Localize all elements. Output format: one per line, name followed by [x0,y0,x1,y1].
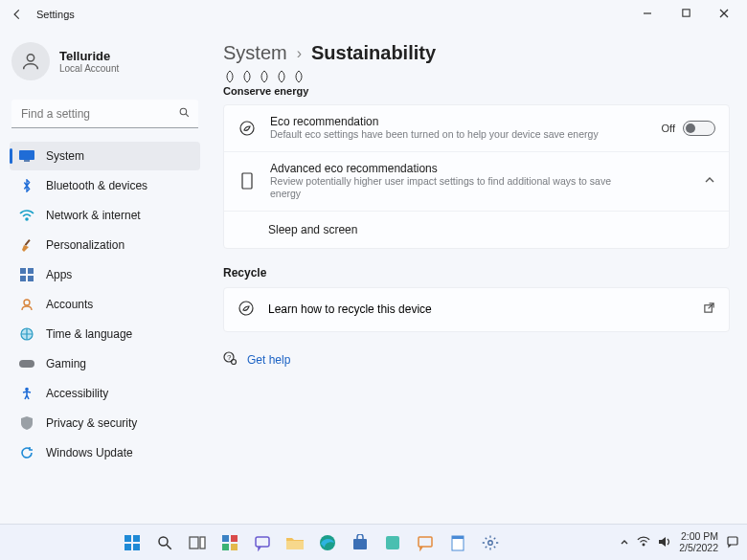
sidebar-item-accounts[interactable]: Accounts [10,290,200,319]
chevron-up-icon [704,174,715,189]
svg-point-31 [159,537,168,546]
update-icon [19,445,34,460]
eco-title: Eco recommendation [270,115,648,128]
chevron-right-icon: › [297,45,302,62]
leaf-icon [240,70,254,83]
recycle-section-label: Recycle [223,266,730,280]
tray-volume-icon[interactable] [658,536,671,549]
sidebar-item-label: Time & language [46,327,132,341]
conserve-card-group: Eco recommendation Default eco settings … [223,104,730,249]
svg-rect-44 [419,537,432,547]
edge-button[interactable] [314,529,341,556]
svg-line-6 [186,114,189,117]
svg-rect-10 [25,239,31,246]
minimize-button[interactable] [638,8,657,22]
svg-point-48 [643,544,645,546]
sidebar-item-label: System [46,149,84,163]
eco-recommendation-row[interactable]: Eco recommendation Default eco settings … [224,105,729,152]
back-button[interactable] [6,3,29,26]
tray-chevron-icon[interactable] [620,537,629,549]
recycle-link-label: Learn how to recycle this device [268,302,432,316]
sidebar-item-label: Privacy & security [46,416,137,430]
maximize-button[interactable] [676,8,695,22]
get-help-label: Get help [247,353,290,367]
svg-rect-1 [682,9,689,15]
external-link-icon [703,302,715,317]
sidebar-item-bluetooth[interactable]: Bluetooth & devices [10,171,200,200]
app-button[interactable] [379,529,406,556]
svg-point-4 [27,55,34,61]
sidebar-item-apps[interactable]: Apps [10,260,200,289]
sleep-and-screen-row[interactable]: Sleep and screen [224,212,729,248]
system-tray[interactable]: 2:00 PM 2/5/2022 [620,531,739,553]
leaf-indicator [223,70,730,83]
sleep-screen-label: Sleep and screen [268,223,357,236]
close-button[interactable] [714,8,734,22]
sidebar-item-accessibility[interactable]: Accessibility [10,379,200,408]
sidebar-item-personalization[interactable]: Personalization [10,231,200,259]
svg-line-32 [167,545,171,549]
get-help-link[interactable]: ? Get help [223,351,730,369]
search-input[interactable] [11,100,198,128]
wifi-icon [19,208,34,223]
sidebar-item-privacy[interactable]: Privacy & security [10,409,200,437]
task-view-button[interactable] [184,529,211,556]
feedback-button[interactable] [412,529,439,556]
sidebar-item-label: Gaming [46,357,86,370]
notifications-button[interactable] [726,535,739,550]
sidebar: Telluride Local Account System Bluetooth… [0,29,206,524]
sidebar-item-label: Windows Update [46,446,133,459]
user-name: Telluride [59,49,119,63]
tray-time: 2:00 PM [681,531,718,543]
user-block[interactable]: Telluride Local Account [10,36,200,90]
widgets-button[interactable] [216,529,243,556]
svg-point-26 [232,359,237,364]
svg-rect-11 [20,268,26,274]
chat-button[interactable] [249,529,276,556]
avatar [11,42,50,80]
notepad-button[interactable] [444,529,471,556]
svg-rect-29 [124,544,131,550]
svg-rect-43 [386,536,399,549]
window-title: Settings [36,9,75,20]
globe-icon [19,326,34,342]
settings-button[interactable] [477,529,504,556]
start-button[interactable] [119,529,146,556]
tray-clock[interactable]: 2:00 PM 2/5/2022 [679,531,718,553]
sidebar-item-label: Apps [46,268,72,281]
sidebar-item-label: Personalization [46,238,124,252]
sidebar-item-label: Accessibility [46,387,108,400]
accessibility-icon [19,386,34,401]
eco-toggle[interactable] [683,121,715,136]
search-box[interactable] [11,100,198,128]
explorer-button[interactable] [282,529,308,556]
search-icon [178,106,191,122]
svg-rect-33 [190,537,198,549]
recycle-link-row[interactable]: Learn how to recycle this device [223,287,730,332]
bluetooth-icon [19,178,34,193]
tray-wifi-icon[interactable] [637,536,650,549]
leaf-icon [223,70,237,83]
user-subtitle: Local Account [59,63,119,74]
svg-rect-13 [20,276,26,281]
sidebar-item-time[interactable]: Time & language [10,320,200,348]
store-button[interactable] [347,529,374,556]
svg-rect-28 [133,535,140,542]
sidebar-item-update[interactable]: Windows Update [10,438,200,467]
svg-rect-21 [242,173,252,189]
sidebar-item-system[interactable]: System [10,142,200,170]
svg-rect-49 [728,537,737,545]
advanced-eco-row[interactable]: Advanced eco recommendations Review pote… [224,152,729,212]
svg-point-20 [240,122,254,135]
taskbar: 2:00 PM 2/5/2022 [0,524,747,560]
breadcrumb-parent[interactable]: System [223,42,287,64]
svg-point-22 [239,302,253,315]
tray-date: 2/5/2022 [679,543,718,554]
svg-point-19 [25,388,29,392]
sidebar-item-network[interactable]: Network & internet [10,201,200,230]
taskbar-search-button[interactable] [151,529,178,556]
sidebar-item-gaming[interactable]: Gaming [10,349,200,378]
window-controls [638,8,741,22]
eco-leaf-icon [238,120,257,137]
advanced-desc: Review potentially higher user impact se… [270,175,615,201]
